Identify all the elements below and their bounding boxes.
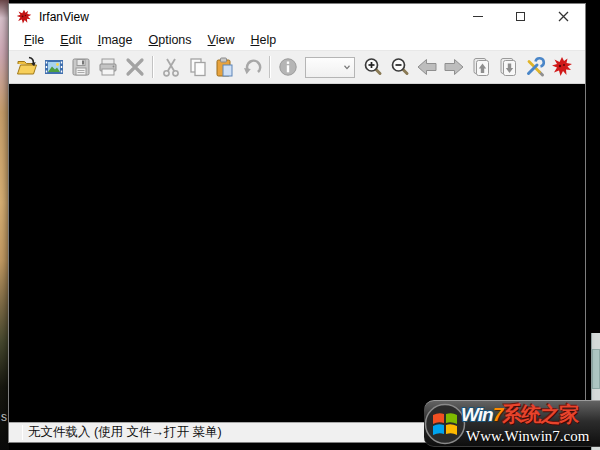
close-icon [558, 11, 569, 22]
close-button[interactable] [542, 4, 585, 29]
zoom-out-icon [389, 56, 411, 78]
irfanview-logo-icon [16, 9, 32, 25]
menu-label-rest: dit [69, 33, 82, 47]
menubar: File Edit Image Options View Help [9, 29, 585, 50]
minimize-icon [473, 16, 483, 17]
page-up-button[interactable] [467, 54, 494, 81]
open-button[interactable] [13, 54, 40, 81]
menu-label-rest: ptions [158, 33, 191, 47]
delete-icon [124, 56, 146, 78]
back-button[interactable] [413, 54, 440, 81]
slideshow-button[interactable] [40, 54, 67, 81]
menu-item-view[interactable]: View [200, 31, 243, 49]
copy-button[interactable] [184, 54, 211, 81]
watermark-url: Www.Winwin7.com [466, 428, 589, 445]
settings-icon [524, 56, 546, 78]
menu-item-file[interactable]: File [16, 31, 52, 49]
undo-button[interactable] [238, 54, 265, 81]
cut-icon [160, 56, 182, 78]
status-message: 无文件载入 (使用 文件→打开 菜单) [28, 424, 222, 441]
menu-item-image[interactable]: Image [90, 31, 141, 49]
page-down-icon [497, 56, 519, 78]
menu-item-edit[interactable]: Edit [52, 31, 90, 49]
cut-button[interactable] [157, 54, 184, 81]
open-folder-icon [16, 56, 38, 78]
watermark-brand-seven: 7 [493, 404, 503, 425]
watermark-brand-cn: 系统之家 [502, 403, 578, 425]
menu-label-rest: ile [32, 33, 45, 47]
window-title: IrfanView [39, 10, 89, 24]
minimize-button[interactable] [456, 4, 499, 29]
page-down-button[interactable] [494, 54, 521, 81]
menu-access-key: V [208, 33, 216, 47]
window-controls [456, 4, 585, 29]
settings-button[interactable] [521, 54, 548, 81]
undo-icon [241, 56, 263, 78]
about-devil-icon [551, 56, 573, 78]
menu-access-key: O [148, 33, 158, 47]
irfanview-window: IrfanView File Edit Image Options View H… [8, 3, 586, 443]
titlebar[interactable]: IrfanView [9, 4, 585, 29]
winwin7-watermark: Win7系统之家 Www.Winwin7.com [424, 400, 600, 447]
save-button[interactable] [67, 54, 94, 81]
menu-label-rest: iew [216, 33, 235, 47]
slideshow-icon [43, 56, 65, 78]
menu-item-help[interactable]: Help [242, 31, 284, 49]
save-icon [70, 56, 92, 78]
menu-item-options[interactable]: Options [140, 31, 199, 49]
zoom-in-button[interactable] [359, 54, 386, 81]
watermark-brand: Win7系统之家 [461, 401, 578, 428]
back-arrow-icon [416, 56, 438, 78]
toolbar-separator [269, 56, 270, 78]
zoom-level-value [306, 58, 339, 77]
menu-label-rest: elp [259, 33, 276, 47]
zoom-out-button[interactable] [386, 54, 413, 81]
print-button[interactable] [94, 54, 121, 81]
menu-access-key: F [24, 33, 32, 47]
copy-icon [187, 56, 209, 78]
paste-icon [214, 56, 236, 78]
toolbar [9, 50, 585, 84]
zoom-level-select[interactable] [305, 57, 355, 78]
watermark-brand-win: Win [461, 404, 493, 425]
delete-button[interactable] [121, 54, 148, 81]
windows-flag-icon [424, 403, 466, 445]
statusbar-divider [22, 425, 23, 440]
toolbar-separator [152, 56, 153, 78]
scrollbar-thumb[interactable] [592, 349, 600, 389]
info-button[interactable] [274, 54, 301, 81]
print-icon [97, 56, 119, 78]
paste-button[interactable] [211, 54, 238, 81]
desktop-icon-label-fragment: s [1, 410, 7, 424]
maximize-button[interactable] [499, 4, 542, 29]
menu-label-rest: mage [101, 33, 132, 47]
page-up-icon [470, 56, 492, 78]
forward-button[interactable] [440, 54, 467, 81]
zoom-in-icon [362, 56, 384, 78]
about-button[interactable] [548, 54, 575, 81]
forward-arrow-icon [443, 56, 465, 78]
menu-access-key: E [60, 33, 68, 47]
image-canvas [9, 84, 585, 422]
info-icon [277, 56, 299, 78]
maximize-icon [516, 12, 525, 21]
chevron-down-icon [339, 58, 354, 77]
